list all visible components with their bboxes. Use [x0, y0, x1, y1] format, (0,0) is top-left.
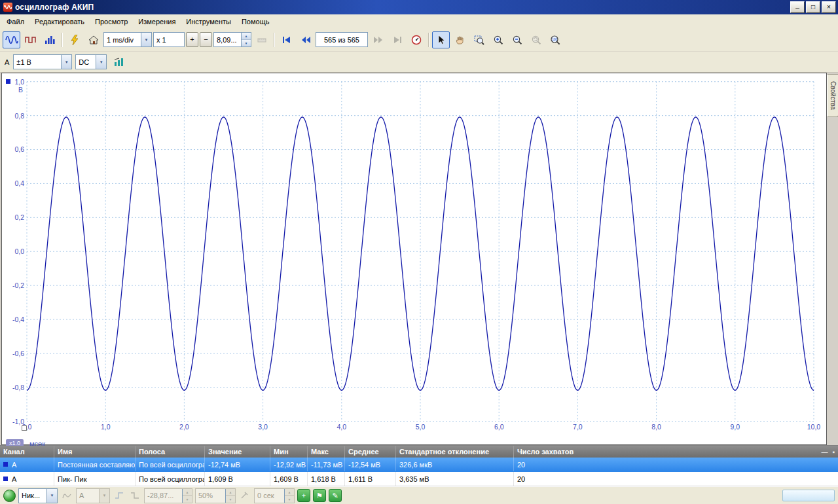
scope-view-button[interactable] [3, 31, 20, 48]
start-capture-button[interactable] [3, 490, 16, 502]
add-measurement-button[interactable]: + [297, 489, 310, 502]
last-capture-button[interactable] [388, 31, 406, 48]
header-span: Полоса [136, 446, 205, 458]
channel-range-select[interactable]: ±1 В ▼ [13, 54, 72, 69]
menu-file[interactable]: Файл [1, 16, 29, 27]
zoom-window-button[interactable] [470, 31, 488, 48]
chevron-down-icon[interactable]: ▼ [141, 33, 151, 46]
pre-trigger-spinner[interactable]: 50% ▲ ▼ [195, 488, 236, 503]
menu-tools[interactable]: Инструменты [181, 16, 236, 27]
spin-up-icon[interactable]: ▲ [183, 489, 192, 495]
spectrum-view-button[interactable] [41, 31, 58, 48]
chevron-down-icon[interactable]: ▼ [96, 55, 106, 69]
normal-cursor-button[interactable] [432, 31, 450, 48]
zoom-100-button[interactable]: 100 [546, 31, 564, 48]
channel-toolbar: A ±1 В ▼ DC ▼ [0, 52, 838, 73]
zoom-multiplier-decrease-button[interactable]: − [200, 32, 212, 47]
auto-setup-button[interactable] [65, 31, 83, 48]
falling-edge-icon[interactable] [128, 489, 141, 502]
measurements-header: Канал Имя Полоса Значение Мин Макс Средн… [0, 446, 838, 458]
menu-edit[interactable]: Редактировать [29, 16, 90, 27]
right-rail: Свойства [827, 73, 838, 445]
header-channel: Канал [0, 446, 54, 458]
svg-text:-0,2: -0,2 [12, 282, 24, 289]
window-title: осциллограф АКИП [15, 3, 790, 12]
spin-up-icon[interactable]: ▲ [242, 33, 251, 39]
trigger-level-spinner[interactable]: -28,87... ▲ ▼ [144, 488, 192, 503]
close-button[interactable]: × [822, 1, 836, 13]
capture-progress-bar [782, 490, 835, 501]
trigger-marker-icon[interactable] [60, 489, 73, 502]
panel-box-icon[interactable]: ▪ [832, 448, 835, 456]
svg-text:-0,8: -0,8 [12, 384, 24, 391]
svg-text:4,0: 4,0 [337, 424, 347, 431]
hand-tool-button[interactable] [451, 31, 469, 48]
menu-measurements[interactable]: Измерения [133, 16, 181, 27]
xy-view-button[interactable] [22, 31, 39, 48]
panel-minimize-icon[interactable]: — [821, 448, 828, 456]
svg-text:0,2: 0,2 [14, 214, 24, 221]
main-toolbar: 1 ms/div ▼ x 1 + − 8,09... ▲ ▼ [0, 28, 838, 52]
zoom-in-button[interactable] [489, 31, 507, 48]
add-marker-button[interactable]: ⚑ [313, 489, 326, 502]
menu-help[interactable]: Помощь [236, 16, 275, 27]
zoom-out-icon [512, 35, 522, 45]
spin-up-icon[interactable]: ▲ [226, 489, 235, 495]
tab-properties[interactable]: Свойства [827, 74, 838, 117]
zoom-multiplier-value: x 1 [154, 36, 184, 44]
spin-up-icon[interactable]: ▲ [285, 489, 294, 495]
undo-zoom-icon [531, 35, 541, 45]
zoom-out-button[interactable] [508, 31, 526, 48]
offset-spinner[interactable]: 8,09... ▲ ▼ [213, 32, 251, 47]
axis-drag-handle[interactable] [22, 425, 27, 431]
timebase-value: 1 ms/div [104, 36, 141, 44]
spin-down-icon[interactable]: ▼ [242, 39, 251, 46]
table-row[interactable]: A Постоянная составляющая По всей осцилл… [0, 458, 838, 472]
title-bar: осциллограф АКИП _ □ × [0, 0, 838, 14]
oscilloscope-plot[interactable]: 0,01,02,03,04,05,06,07,08,09,010,01,00,8… [2, 73, 826, 444]
spin-down-icon[interactable]: ▼ [226, 495, 235, 503]
trigger-channel-select[interactable]: A ▼ [76, 488, 110, 503]
home-button[interactable] [84, 31, 102, 48]
square-wave-icon [25, 35, 37, 45]
next-capture-button[interactable] [369, 31, 387, 48]
trigger-tools-icon[interactable] [238, 489, 251, 502]
coupling-select[interactable]: DC ▼ [75, 54, 107, 69]
table-row[interactable]: A Пик- Пик По всей осциллограмме 1,609 В… [0, 472, 838, 486]
trigger-mode-select[interactable]: Ник... ▼ [18, 488, 58, 503]
svg-text:-1,0: -1,0 [12, 418, 24, 425]
first-capture-button[interactable] [278, 31, 295, 48]
zoom-100-icon: 100 [550, 35, 560, 45]
maximize-button[interactable]: □ [806, 1, 820, 13]
spin-down-icon[interactable]: ▼ [183, 495, 192, 503]
chevron-down-icon[interactable]: ▼ [99, 489, 109, 503]
menu-view[interactable]: Просмотр [90, 16, 133, 27]
undo-zoom-button[interactable] [527, 31, 545, 48]
buffer-position-field[interactable]: 565 из 565 [316, 32, 368, 47]
add-note-button[interactable]: ✎ [329, 489, 342, 502]
timebase-select[interactable]: 1 ms/div ▼ [103, 32, 152, 47]
rising-edge-icon[interactable] [113, 489, 126, 502]
previous-capture-button[interactable] [297, 31, 314, 48]
axis-scaling-button[interactable] [253, 31, 270, 48]
header-value: Значение [205, 446, 270, 458]
svg-text:-0,6: -0,6 [12, 350, 24, 357]
zoom-multiplier-field[interactable]: x 1 [153, 32, 185, 47]
pre-trigger-value: 50% [196, 492, 225, 499]
trigger-channel-value: A [77, 492, 99, 499]
channel-color-swatch [3, 477, 8, 481]
buffer-overview-button[interactable] [407, 31, 425, 48]
chevron-down-icon[interactable]: ▼ [46, 489, 57, 503]
plot-panel[interactable]: 0,01,02,03,04,05,06,07,08,09,010,01,00,8… [1, 73, 827, 445]
spin-down-icon[interactable]: ▼ [285, 495, 294, 503]
channel-options-button[interactable] [110, 54, 128, 71]
chevron-down-icon[interactable]: ▼ [61, 55, 71, 69]
svg-text:100: 100 [552, 37, 557, 41]
hand-icon [455, 35, 465, 45]
last-page-icon [392, 36, 403, 44]
pencil-icon: ✎ [332, 492, 338, 499]
minimize-button[interactable]: _ [790, 1, 805, 13]
trigger-delay-spinner[interactable]: 0 сек ▲ ▼ [254, 488, 295, 503]
zoom-multiplier-increase-button[interactable]: + [186, 32, 198, 47]
sine-wave-icon [5, 35, 18, 45]
